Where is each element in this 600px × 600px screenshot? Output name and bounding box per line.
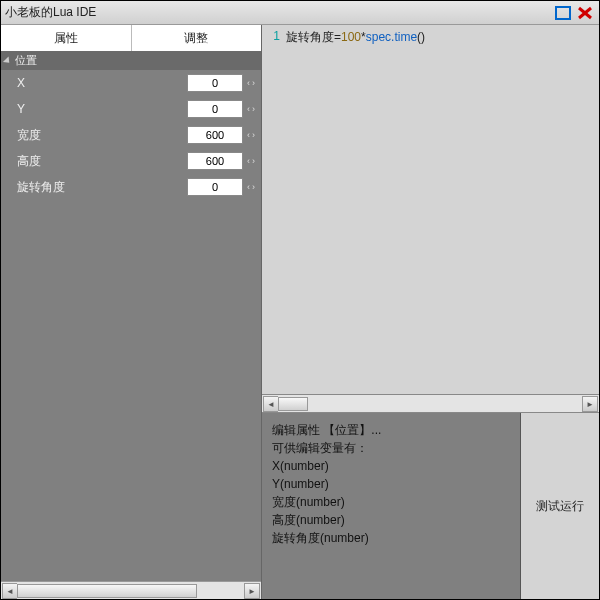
prop-input-y[interactable] xyxy=(187,100,243,118)
scroll-thumb[interactable] xyxy=(17,584,197,598)
property-tabs: 属性 调整 xyxy=(1,25,261,51)
prop-input-height[interactable] xyxy=(187,152,243,170)
prop-row-height: 高度 ‹› xyxy=(1,148,261,174)
code-line[interactable]: 旋转角度=100*spec.time() xyxy=(286,29,425,46)
editor-scrollbar[interactable]: ◄ ► xyxy=(262,395,599,413)
editor-scroll-right-button[interactable]: ► xyxy=(582,396,598,412)
prop-label-width: 宽度 xyxy=(17,127,187,144)
left-scrollbar[interactable]: ◄ ► xyxy=(1,581,261,599)
tab-attributes[interactable]: 属性 xyxy=(1,25,132,51)
info-line: 编辑属性 【位置】... xyxy=(272,421,510,439)
bottom-panel: 编辑属性 【位置】... 可供编辑变量有： X(number) Y(number… xyxy=(262,413,599,599)
run-button[interactable]: 测试运行 xyxy=(521,413,599,599)
info-panel: 编辑属性 【位置】... 可供编辑变量有： X(number) Y(number… xyxy=(262,413,521,599)
editor-gutter: 1 xyxy=(262,29,286,390)
app-window: 小老板的Lua IDE 属性 调整 位置 X ‹› Y xyxy=(0,0,600,600)
info-line: 旋转角度(number) xyxy=(272,529,510,547)
close-icon xyxy=(577,6,593,20)
info-line: 宽度(number) xyxy=(272,493,510,511)
svg-rect-0 xyxy=(556,7,570,19)
prop-input-rotation[interactable] xyxy=(187,178,243,196)
property-list: 位置 X ‹› Y ‹› 宽度 ‹› 高度 xyxy=(1,51,261,581)
scroll-left-button[interactable]: ◄ xyxy=(2,583,18,599)
maximize-icon xyxy=(555,6,571,20)
line-number: 1 xyxy=(262,29,280,43)
titlebar: 小老板的Lua IDE xyxy=(1,1,599,25)
window-title: 小老板的Lua IDE xyxy=(5,4,551,21)
prop-stepper-width[interactable]: ‹› xyxy=(247,130,255,140)
prop-label-y: Y xyxy=(17,102,187,116)
prop-label-height: 高度 xyxy=(17,153,187,170)
prop-stepper-height[interactable]: ‹› xyxy=(247,156,255,166)
maximize-button[interactable] xyxy=(553,4,573,22)
prop-row-width: 宽度 ‹› xyxy=(1,122,261,148)
prop-stepper-y[interactable]: ‹› xyxy=(247,104,255,114)
editor-scroll-thumb[interactable] xyxy=(278,397,308,411)
close-button[interactable] xyxy=(575,4,595,22)
prop-input-width[interactable] xyxy=(187,126,243,144)
prop-stepper-rotation[interactable]: ‹› xyxy=(247,182,255,192)
prop-row-rotation: 旋转角度 ‹› xyxy=(1,174,261,200)
group-position[interactable]: 位置 xyxy=(1,51,261,70)
info-line: Y(number) xyxy=(272,475,510,493)
prop-row-y: Y ‹› xyxy=(1,96,261,122)
right-panel: 1 旋转角度=100*spec.time() ◄ ► 编辑属性 【位置】... … xyxy=(261,25,599,599)
body: 属性 调整 位置 X ‹› Y ‹› 宽度 ‹› xyxy=(1,25,599,599)
run-label: 测试运行 xyxy=(536,498,584,515)
prop-label-x: X xyxy=(17,76,187,90)
prop-input-x[interactable] xyxy=(187,74,243,92)
prop-label-rotation: 旋转角度 xyxy=(17,179,187,196)
info-line: X(number) xyxy=(272,457,510,475)
scroll-track[interactable] xyxy=(17,583,245,599)
tab-adjust[interactable]: 调整 xyxy=(132,25,262,51)
editor-content[interactable]: 旋转角度=100*spec.time() xyxy=(286,29,425,390)
code-editor[interactable]: 1 旋转角度=100*spec.time() xyxy=(262,25,599,395)
scroll-right-button[interactable]: ► xyxy=(244,583,260,599)
info-line: 可供编辑变量有： xyxy=(272,439,510,457)
left-panel: 属性 调整 位置 X ‹› Y ‹› 宽度 ‹› xyxy=(1,25,261,599)
editor-scroll-left-button[interactable]: ◄ xyxy=(263,396,279,412)
prop-row-x: X ‹› xyxy=(1,70,261,96)
editor-scroll-track[interactable] xyxy=(278,396,583,412)
prop-stepper-x[interactable]: ‹› xyxy=(247,78,255,88)
info-line: 高度(number) xyxy=(272,511,510,529)
